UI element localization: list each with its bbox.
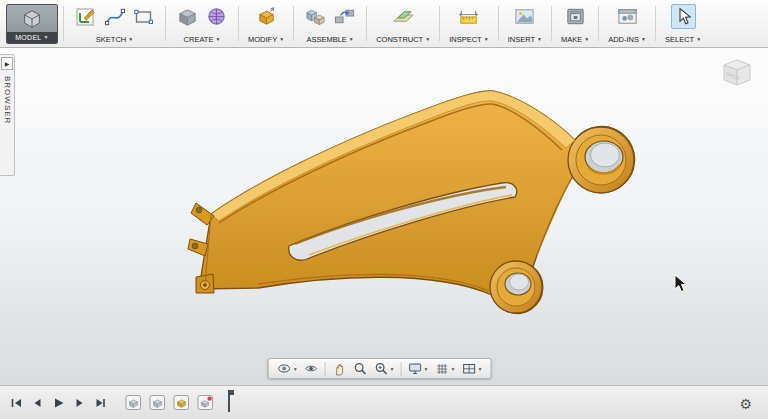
display-settings-icon — [408, 361, 423, 376]
rectangle-tool-button[interactable] — [131, 4, 156, 29]
timeline-position-marker[interactable] — [224, 388, 236, 418]
viewports-button[interactable]: ▼ — [459, 360, 484, 377]
timeline-playback-controls — [0, 395, 116, 411]
chevron-down-icon: ▼ — [425, 37, 430, 42]
press-pull-button[interactable] — [254, 4, 279, 29]
pan-hand-icon — [332, 361, 347, 376]
display-settings-button[interactable]: ▼ — [406, 360, 431, 377]
spline-tool-button[interactable] — [102, 4, 127, 29]
step-back-button[interactable] — [29, 395, 45, 411]
go-to-end-icon — [93, 396, 107, 410]
construction-plane-icon — [392, 5, 415, 28]
sketch-menu[interactable]: SKETCH▼ — [96, 35, 133, 44]
workspace-name: MODEL — [15, 34, 41, 41]
fit-button[interactable]: ▼ — [372, 360, 397, 377]
select-button[interactable] — [671, 4, 696, 29]
go-to-start-icon — [9, 396, 23, 410]
create-sketch-button[interactable] — [73, 4, 98, 29]
step-back-icon — [30, 396, 44, 410]
go-to-start-button[interactable] — [8, 395, 24, 411]
chevron-down-icon: ▼ — [477, 366, 482, 372]
zoom-window-icon — [374, 361, 389, 376]
create-menu-label: CREATE — [184, 35, 214, 44]
model-3d-swingarm[interactable] — [0, 48, 768, 385]
ribbon-group-select: SELECT▼ — [658, 0, 708, 47]
construction-plane-button[interactable] — [391, 4, 416, 29]
make-menu[interactable]: MAKE▼ — [561, 35, 589, 44]
create-sketch-icon — [75, 6, 97, 28]
zoom-icon — [353, 361, 368, 376]
browser-panel-collapsed[interactable]: ▶ BROWSER — [0, 54, 15, 176]
orbit-button[interactable]: ▼ — [275, 360, 300, 377]
gear-icon[interactable]: ⚙ — [739, 397, 752, 411]
assemble-menu[interactable]: ASSEMBLE▼ — [306, 35, 353, 44]
ribbon-group-construct: CONSTRUCT▼ — [369, 0, 437, 47]
ribbon-divider — [238, 6, 239, 41]
3d-print-button[interactable] — [563, 4, 588, 29]
joint-icon — [333, 5, 356, 28]
assemble-tools — [303, 3, 357, 30]
form-sphere-icon — [205, 5, 228, 28]
insert-menu[interactable]: INSERT▼ — [508, 35, 542, 44]
timeline-feature-4[interactable] — [196, 394, 214, 412]
look-at-button[interactable] — [302, 360, 321, 377]
step-forward-button[interactable] — [71, 395, 87, 411]
insert-image-button[interactable] — [512, 4, 537, 29]
3d-print-icon — [564, 5, 587, 28]
modify-menu[interactable]: MODIFY▼ — [248, 35, 284, 44]
viewport-canvas[interactable]: ▶ BROWSER BACK ▼ — [0, 48, 768, 385]
extrude-button[interactable] — [175, 4, 200, 29]
ribbon-group-modify: MODIFY▼ — [241, 0, 291, 47]
workspace-selector[interactable]: MODEL▼ — [6, 4, 58, 44]
select-cursor-icon — [673, 6, 694, 27]
chevron-down-icon: ▼ — [537, 37, 542, 42]
joint-button[interactable] — [332, 4, 357, 29]
go-to-end-button[interactable] — [92, 395, 108, 411]
grid-snaps-button[interactable]: ▼ — [433, 360, 458, 377]
insert-image-icon — [513, 5, 536, 28]
addins-menu[interactable]: ADD-INS▼ — [608, 35, 646, 44]
ribbon-group-create: CREATE▼ — [168, 0, 236, 47]
grid-icon — [435, 361, 450, 376]
make-tools — [563, 3, 588, 30]
new-component-icon — [304, 5, 327, 28]
play-button[interactable] — [50, 395, 66, 411]
ribbon-toolbar: MODEL▼ SKETCH▼ — [0, 0, 768, 48]
select-menu[interactable]: SELECT▼ — [665, 35, 701, 44]
spline-icon — [104, 6, 126, 28]
inspect-menu[interactable]: INSPECT▼ — [449, 35, 488, 44]
create-menu[interactable]: CREATE▼ — [184, 35, 221, 44]
viewports-icon — [461, 361, 476, 376]
extrude-icon — [176, 5, 199, 28]
browser-expand-icon[interactable]: ▶ — [1, 57, 13, 70]
pan-button[interactable] — [330, 360, 349, 377]
new-component-button[interactable] — [303, 4, 328, 29]
toolbar-divider — [325, 362, 326, 376]
chevron-down-icon: ▼ — [279, 37, 284, 42]
timeline-feature-1[interactable] — [124, 394, 142, 412]
model-workspace-icon — [7, 5, 57, 32]
sketch-tools — [73, 3, 156, 30]
modify-tools — [254, 3, 279, 30]
ribbon-group-assemble: ASSEMBLE▼ — [296, 0, 364, 47]
orbit-icon — [277, 361, 292, 376]
chevron-down-icon: ▼ — [44, 35, 49, 40]
form-button[interactable] — [204, 4, 229, 29]
ribbon-divider — [551, 6, 552, 41]
view-cube[interactable]: BACK — [716, 52, 758, 94]
timeline-features — [124, 388, 236, 418]
zoom-button[interactable] — [351, 360, 370, 377]
insert-tools — [512, 3, 537, 30]
measure-button[interactable] — [456, 4, 481, 29]
two-point-rectangle-icon — [133, 6, 155, 28]
ribbon-group-addins: ADD-INS▼ — [601, 0, 653, 47]
timeline-feature-3[interactable] — [172, 394, 190, 412]
chevron-down-icon: ▼ — [390, 366, 395, 372]
scripts-addins-button[interactable] — [615, 4, 640, 29]
addins-tools — [615, 3, 640, 30]
chevron-down-icon: ▼ — [641, 37, 646, 42]
chevron-down-icon: ▼ — [424, 366, 429, 372]
chevron-down-icon: ▼ — [584, 37, 589, 42]
timeline-feature-2[interactable] — [148, 394, 166, 412]
construct-menu[interactable]: CONSTRUCT▼ — [376, 35, 430, 44]
